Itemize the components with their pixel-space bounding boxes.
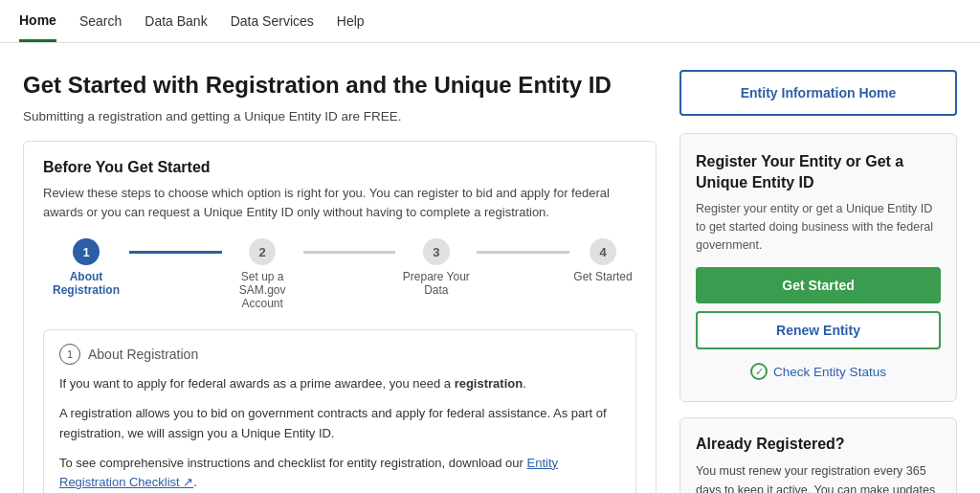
content-para-3: To see comprehensive instructions and ch…	[59, 454, 620, 493]
step-1-block: 1 About Registration	[43, 238, 129, 297]
step-3-label: Prepare Your Data	[395, 270, 477, 297]
step-4-label: Get Started	[569, 270, 636, 283]
get-started-button[interactable]: Get Started	[696, 267, 941, 303]
page-title: Get Started with Registration and the Un…	[23, 70, 657, 100]
nav-databank[interactable]: Data Bank	[145, 2, 207, 40]
before-get-started-box: Before You Get Started Review these step…	[23, 141, 657, 493]
content-block-num: 1	[59, 344, 80, 365]
step-2-circle[interactable]: 2	[249, 238, 276, 265]
register-card-desc: Register your entity or get a Unique Ent…	[696, 200, 941, 254]
content-para-1: If you want to apply for federal awards …	[59, 374, 620, 394]
register-card: Register Your Entity or Get a Unique Ent…	[679, 133, 957, 402]
main-nav: Home Search Data Bank Data Services Help	[0, 0, 980, 43]
connector-1	[129, 251, 222, 254]
nav-home[interactable]: Home	[19, 1, 56, 42]
already-card-heading: Already Registered?	[696, 436, 941, 453]
before-box-desc: Review these steps to choose which optio…	[43, 184, 636, 221]
steps-row: 1 About Registration 2 Set up a SAM.gov …	[43, 238, 636, 310]
step-1-label: About Registration	[43, 270, 129, 297]
step-4-block: 4 Get Started	[569, 238, 636, 283]
nav-help[interactable]: Help	[337, 2, 365, 40]
step-1-circle[interactable]: 1	[73, 238, 100, 265]
step-4-circle[interactable]: 4	[590, 238, 616, 265]
main-column: Get Started with Registration and the Un…	[23, 70, 657, 493]
content-block-title: About Registration	[88, 347, 198, 362]
step-2-block: 2 Set up a SAM.gov Account	[222, 238, 303, 310]
step-3-block: 3 Prepare Your Data	[395, 238, 477, 297]
page-subtitle: Submitting a registration and getting a …	[23, 109, 657, 123]
connector-3	[477, 251, 569, 254]
step-3-circle[interactable]: 3	[423, 238, 450, 265]
check-entity-status-link[interactable]: ✓ Check Entity Status	[696, 359, 941, 384]
entity-info-home-button[interactable]: Entity Information Home	[679, 70, 957, 116]
renew-entity-button[interactable]: Renew Entity	[696, 311, 941, 349]
step-2-label: Set up a SAM.gov Account	[222, 270, 303, 310]
already-registered-card: Already Registered? You must renew your …	[679, 417, 957, 493]
register-card-heading: Register Your Entity or Get a Unique Ent…	[696, 151, 941, 192]
connector-2	[303, 251, 396, 254]
content-block-header: 1 About Registration	[59, 344, 620, 365]
check-status-icon: ✓	[750, 363, 768, 380]
before-box-heading: Before You Get Started	[43, 159, 636, 176]
content-para-2: A registration allows you to bid on gove…	[59, 404, 620, 444]
nav-search[interactable]: Search	[79, 2, 122, 40]
already-card-desc: You must renew your registration every 3…	[696, 462, 941, 493]
sidebar: Entity Information Home Register Your En…	[679, 70, 957, 493]
about-registration-block: 1 About Registration If you want to appl…	[43, 329, 636, 493]
page-content: Get Started with Registration and the Un…	[0, 43, 980, 493]
entity-checklist-link[interactable]: Entity Registration Checklist ↗	[59, 456, 558, 490]
check-status-label: Check Entity Status	[773, 365, 886, 379]
nav-dataservices[interactable]: Data Services	[231, 2, 314, 40]
